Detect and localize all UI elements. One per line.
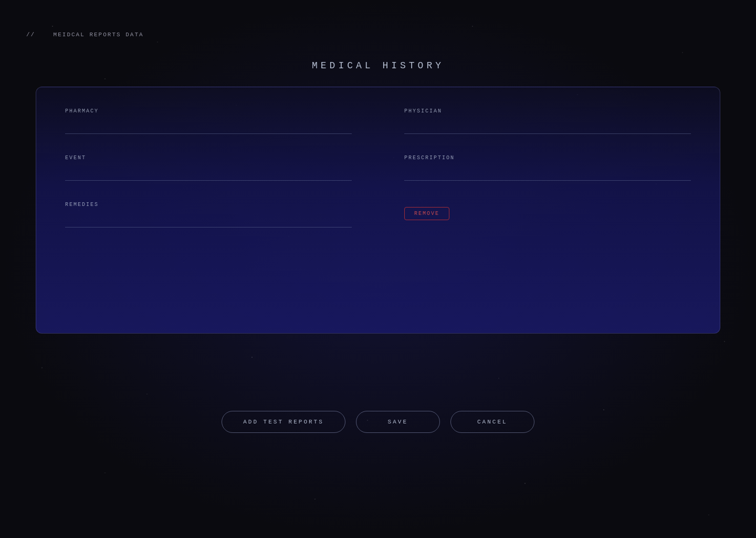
breadcrumb-label: MEIDCAL REPORTS DATA [54,32,144,38]
form-group-remedies: REMEDIES [65,202,352,227]
form-group-event: EVENT [65,155,352,181]
save-button[interactable]: SAVE [356,411,440,433]
event-input[interactable] [65,168,352,181]
prescription-label: PRESCRIPTION [404,155,691,161]
page-title: MEDICAL HISTORY [0,60,756,71]
form-group-physician: PHYSICIAN [404,108,691,134]
form-left-column: PHARMACY EVENT REMEDIES [65,108,352,249]
form-group-prescription: PRESCRIPTION [404,155,691,181]
form-right-column: PHYSICIAN PRESCRIPTION REMOVE [404,108,691,249]
remedies-input[interactable] [65,215,352,227]
add-test-reports-button[interactable]: ADD TEST REPORTS [222,411,345,433]
event-label: EVENT [65,155,352,161]
prescription-input[interactable] [404,168,691,181]
physician-input[interactable] [404,121,691,134]
form-group-pharmacy: PHARMACY [65,108,352,134]
remove-button[interactable]: REMOVE [404,207,449,220]
cancel-button[interactable]: CANCEL [450,411,534,433]
form-card: PHARMACY EVENT REMEDIES PHYSIC [36,87,720,334]
page-container: // MEIDCAL REPORTS DATA MEDICAL HISTORY … [0,0,756,538]
action-buttons: ADD TEST REPORTS SAVE CANCEL [0,411,756,433]
remedies-label: REMEDIES [65,202,352,208]
pharmacy-input[interactable] [65,121,352,134]
pharmacy-label: PHARMACY [65,108,352,114]
breadcrumb: // MEIDCAL REPORTS DATA [26,32,144,38]
physician-label: PHYSICIAN [404,108,691,114]
form-grid: PHARMACY EVENT REMEDIES PHYSIC [65,108,691,249]
form-group-remove: REMOVE [404,202,691,220]
breadcrumb-separator: // [26,32,35,38]
